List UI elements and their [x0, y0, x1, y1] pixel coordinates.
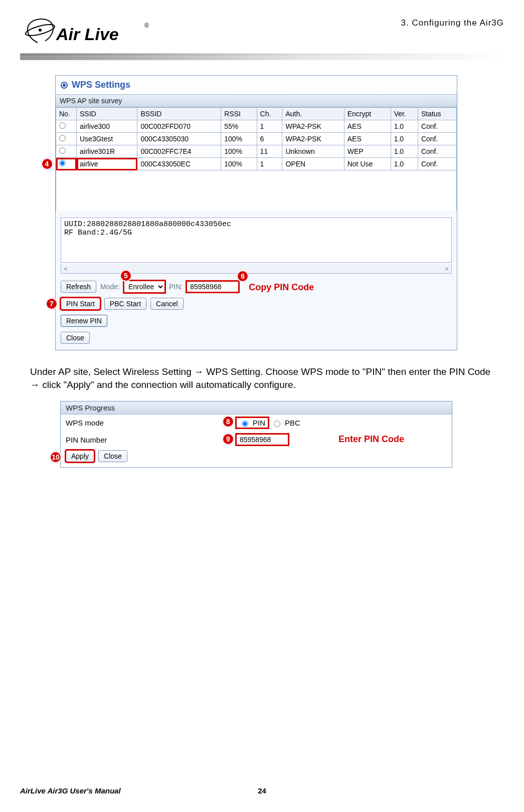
cell-encrypt: AES	[344, 120, 391, 133]
cell-encrypt: AES	[344, 133, 391, 145]
callout-6: 6	[237, 270, 249, 282]
scroll-right-icon[interactable]: >	[442, 264, 451, 273]
close-button[interactable]: Close	[61, 332, 90, 344]
cell-bssid: 000C43305030	[137, 133, 221, 145]
table-row: airlive301R00C002FFC7E4100%11UnknownWEP1…	[56, 145, 457, 158]
pin-label: PIN:	[169, 283, 183, 291]
wps-mode-label: WPS mode	[66, 419, 236, 427]
row-select-radio[interactable]	[59, 160, 66, 166]
cell-ch: 6	[257, 133, 282, 145]
cell-auth: WPA2-PSK	[282, 120, 344, 133]
uuid-hscrollbar[interactable]: < >	[61, 264, 452, 274]
uuid-area: < >	[56, 211, 457, 278]
callout-5: 5	[120, 270, 132, 282]
pin-number-label: PIN Number	[66, 436, 236, 444]
pin-number-input[interactable]	[236, 434, 288, 445]
progress-close-button[interactable]: Close	[98, 450, 127, 462]
cell-status: Conf.	[418, 133, 456, 145]
wps-progress-header: WPS Progress	[61, 401, 452, 415]
wps-mode-pbc-radio[interactable]	[274, 421, 280, 427]
col-bssid: BSSID	[137, 108, 221, 120]
wps-ap-site-survey-header: WPS AP site survey	[56, 94, 457, 107]
cell-ch: 1	[257, 158, 282, 170]
svg-point-1	[39, 29, 42, 32]
page-header: Air Live ® 3. Configuring the Air3G	[20, 15, 504, 50]
cell-rssi: 100%	[221, 158, 257, 170]
wps-settings-panel: WPS Settings WPS AP site survey No. SSID…	[55, 75, 457, 350]
row-select-radio[interactable]	[59, 122, 66, 129]
cell-auth: Unknown	[282, 145, 344, 158]
wps-mode-pin-label: PIN	[253, 419, 265, 427]
airlive-logo-svg: Air Live ®	[20, 15, 150, 50]
cell-ssid: airlive301R	[77, 145, 137, 158]
pbc-start-button[interactable]: PBC Start	[104, 298, 146, 310]
callout-4: 4	[41, 158, 53, 170]
refresh-button[interactable]: Refresh	[61, 281, 96, 293]
ap-survey-table: No. SSID BSSID RSSI Ch. Auth. Encrypt Ve…	[56, 107, 457, 170]
cancel-button[interactable]: Cancel	[150, 298, 184, 310]
header-rule	[20, 53, 504, 60]
mode-label: Mode:	[100, 283, 120, 291]
instruction-paragraph: Under AP site, Select Wireless Setting →…	[30, 365, 494, 391]
page-number: 24	[258, 786, 266, 795]
col-ch: Ch.	[257, 108, 282, 120]
pin-input[interactable]	[187, 281, 239, 292]
cell-rssi: 100%	[221, 145, 257, 158]
cell-ver: 1.0	[391, 145, 418, 158]
apply-button[interactable]: Apply	[66, 450, 94, 462]
wps-mode-pin-radio[interactable]	[242, 421, 248, 427]
row-select-radio[interactable]	[59, 135, 66, 141]
table-row: airlive000C433050EC100%1OPENNot Use1.0Co…	[56, 158, 457, 170]
enter-pin-code-note: Enter PIN Code	[338, 434, 404, 445]
cell-bssid: 00C002FFD070	[137, 120, 221, 133]
cell-rssi: 100%	[221, 133, 257, 145]
renew-pin-button[interactable]: Renew PIN	[61, 315, 107, 327]
col-auth: Auth.	[282, 108, 344, 120]
page: Air Live ® 3. Configuring the Air3G WPS …	[0, 0, 524, 812]
wps-settings-title: WPS Settings	[56, 76, 457, 94]
wps-settings-title-text: WPS Settings	[72, 80, 130, 90]
cell-bssid: 00C002FFC7E4	[137, 145, 221, 158]
cell-ch: 1	[257, 120, 282, 133]
manual-name: AirLive Air3G User's Manual	[20, 786, 121, 795]
cell-encrypt: Not Use	[344, 158, 391, 170]
cell-ver: 1.0	[391, 158, 418, 170]
cell-ssid: airlive	[77, 158, 137, 170]
col-ssid: SSID	[77, 108, 137, 120]
callout-7: 7	[46, 298, 58, 310]
uuid-textarea[interactable]	[61, 218, 452, 263]
cell-ver: 1.0	[391, 133, 418, 145]
row-select-cell[interactable]	[56, 145, 77, 158]
svg-text:Air Live: Air Live	[56, 25, 119, 44]
cell-ssid: Use3Gtest	[77, 133, 137, 145]
copy-pin-code-note: Copy PIN Code	[249, 282, 314, 293]
row-select-cell[interactable]	[56, 133, 77, 145]
cell-status: Conf.	[418, 120, 456, 133]
cell-status: Conf.	[418, 158, 456, 170]
wps-mode-row: WPS mode PIN PBC	[61, 415, 452, 431]
table-row: airlive30000C002FFD07055%1WPA2-PSKAES1.0…	[56, 120, 457, 133]
cell-ver: 1.0	[391, 120, 418, 133]
pin-start-button[interactable]: PIN Start	[61, 298, 100, 310]
table-empty-space	[56, 170, 457, 211]
col-status: Status	[418, 108, 456, 120]
cell-rssi: 55%	[221, 120, 257, 133]
row-select-cell[interactable]	[56, 120, 77, 133]
col-no: No.	[56, 108, 77, 120]
bullet-icon	[61, 82, 68, 89]
row-select-cell[interactable]	[56, 158, 77, 170]
col-encrypt: Encrypt	[344, 108, 391, 120]
page-footer: AirLive Air3G User's Manual 24	[20, 786, 504, 795]
row-select-radio[interactable]	[59, 147, 66, 154]
mode-select[interactable]: Enrollee	[124, 281, 165, 293]
content-area: WPS Settings WPS AP site survey No. SSID…	[20, 60, 504, 468]
scroll-left-icon[interactable]: <	[61, 264, 70, 273]
cell-auth: OPEN	[282, 158, 344, 170]
svg-text:®: ®	[144, 22, 149, 29]
cell-ch: 11	[257, 145, 282, 158]
chapter-title: 3. Configuring the Air3G	[401, 18, 504, 28]
airlive-logo: Air Live ®	[20, 15, 150, 50]
col-ver: Ver.	[391, 108, 418, 120]
col-rssi: RSSI	[221, 108, 257, 120]
cell-ssid: airlive300	[77, 120, 137, 133]
